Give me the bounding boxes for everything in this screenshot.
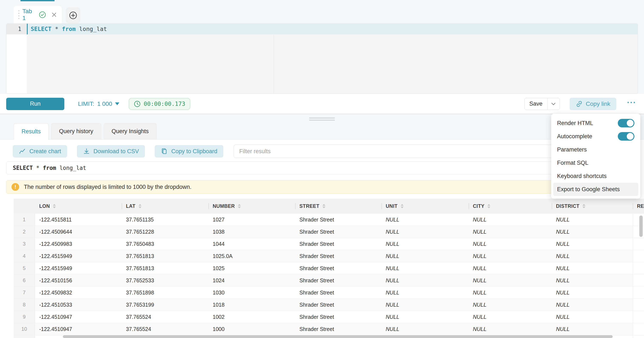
table-row: 7-122.450983237.76518981030Shrader Stree…	[14, 287, 644, 299]
table-cell: -122.4510947	[35, 311, 122, 323]
editor-active-line[interactable]: SELECT * from long_lat	[27, 24, 638, 34]
menu-item-parameters[interactable]: Parameters	[553, 143, 638, 156]
save-button[interactable]: Save	[525, 98, 547, 110]
menu-item-render-html[interactable]: Render HTML	[553, 116, 638, 130]
column-header-city[interactable]: CITY	[468, 199, 552, 214]
table-cell: 1027	[208, 214, 295, 226]
splitter-drag-handle[interactable]	[309, 118, 335, 122]
download-to-csv-button[interactable]: Download to CSV	[77, 145, 145, 157]
limit-dropdown[interactable]: LIMIT: 1 000	[78, 100, 119, 107]
sort-icon[interactable]	[53, 204, 56, 208]
table-cell: -122.4515949	[35, 250, 122, 262]
sort-icon[interactable]	[322, 204, 326, 208]
table-cell: 37.7652533	[122, 274, 208, 286]
render-html-toggle[interactable]	[618, 119, 634, 127]
table-cell	[633, 335, 644, 338]
sql-text: long_lat	[76, 26, 107, 32]
table-cell: Shrader Street	[295, 262, 382, 274]
run-button[interactable]: Run	[6, 98, 64, 110]
loading-progress-bar	[20, 0, 54, 1]
table-cell: NULL	[468, 214, 552, 226]
menu-item-label: Render HTML	[557, 120, 593, 126]
sort-icon[interactable]	[238, 204, 241, 208]
add-tab-button[interactable]	[66, 8, 80, 23]
menu-item-format-sql[interactable]: Format SQL	[553, 156, 638, 170]
limit-label: LIMIT:	[78, 100, 94, 107]
table-cell: NULL	[552, 238, 633, 250]
tab-query-insights[interactable]: Query Insights	[104, 123, 157, 139]
sql-keyword: SELECT	[13, 165, 33, 171]
save-options-button[interactable]	[547, 98, 560, 110]
table-cell: NULL	[552, 226, 633, 238]
tab-query-history[interactable]: Query history	[51, 123, 101, 139]
sort-icon[interactable]	[401, 204, 404, 208]
row-number: 1	[14, 214, 35, 226]
table-cell	[633, 250, 644, 262]
chart-icon	[19, 148, 26, 155]
column-header-lon[interactable]: LON	[35, 199, 122, 214]
sort-icon[interactable]	[138, 204, 142, 208]
column-header-district[interactable]: DISTRICT	[552, 199, 633, 214]
create-chart-button[interactable]: Create chart	[13, 145, 67, 157]
column-header-street[interactable]: STREET	[295, 199, 382, 214]
autocomplete-toggle[interactable]	[618, 132, 634, 141]
table-cell: 1018	[208, 299, 295, 311]
table-cell: -122.4515949	[35, 262, 122, 274]
tab-drag-handle-icon[interactable]	[18, 10, 20, 19]
menu-item-export-to-google-sheets[interactable]: Export to Google Sheets	[553, 183, 638, 196]
table-cell: NULL	[552, 274, 633, 286]
table-cell: 37.765524	[122, 323, 208, 335]
results-toolbar: Create chartDownload to CSVCopy to Clipb…	[0, 139, 644, 158]
copy-link-label: Copy link	[586, 100, 610, 107]
sort-icon[interactable]	[487, 204, 490, 208]
table-cell: 37.7651228	[122, 226, 208, 238]
table-cell: 1025.0A	[208, 250, 295, 262]
close-icon[interactable]	[51, 12, 57, 18]
row-number: 5	[14, 262, 35, 274]
column-header-unit[interactable]: UNIT	[382, 199, 468, 214]
sql-editor[interactable]: 1 SELECT * from long_lat	[6, 24, 638, 94]
copy-link-button[interactable]: Copy link	[570, 98, 616, 110]
table-cell: Shrader Street	[295, 287, 382, 298]
table-cell: 1030	[208, 287, 295, 298]
menu-item-label: Keyboard shortcuts	[557, 173, 607, 180]
table-cell: NULL	[552, 299, 633, 311]
table-cell: -122.4509983	[35, 238, 122, 250]
column-header-number[interactable]: NUMBER	[208, 199, 295, 214]
table-cell: Shrader Street	[295, 226, 382, 238]
sort-icon[interactable]	[582, 204, 586, 208]
tab-1[interactable]: Tab 1	[14, 6, 62, 24]
vertical-scrollbar[interactable]	[639, 216, 643, 237]
chevron-down-icon	[551, 102, 556, 106]
table-cell: NULL	[382, 262, 468, 274]
table-row: 9-122.451094737.7655241002Shrader Street…	[14, 311, 644, 323]
table-cell: NULL	[382, 226, 468, 238]
copy-to-clipboard-button[interactable]: Copy to Clipboard	[155, 145, 223, 157]
table-cell: -122.4509832	[35, 287, 122, 298]
column-header-lat[interactable]: LAT	[122, 199, 208, 214]
table-cell: 37.765524	[122, 311, 208, 323]
table-cell	[633, 238, 644, 250]
table-cell: 1025	[208, 262, 295, 274]
plus-circle-icon	[69, 11, 77, 20]
action-label: Download to CSV	[94, 148, 139, 155]
clipboard-icon	[161, 148, 168, 155]
table-cell: 37.7653199	[122, 299, 208, 311]
table-cell	[633, 262, 644, 274]
more-options-button[interactable]: ⋯	[625, 100, 638, 108]
table-cell: -122.4510533	[35, 299, 122, 311]
table-cell: NULL	[468, 323, 552, 335]
warning-icon: !	[12, 183, 19, 191]
tab-results[interactable]: Results	[14, 123, 48, 139]
row-number: 11	[14, 335, 35, 338]
column-header-region[interactable]: REGION	[633, 199, 644, 214]
table-cell: NULL	[552, 214, 633, 226]
table-cell: -122.4515811	[35, 214, 122, 226]
menu-item-autocomplete[interactable]: Autocomplete	[553, 130, 638, 143]
table-row: 1-122.451581137.76511351027Shrader Stree…	[14, 214, 644, 226]
menu-item-keyboard-shortcuts[interactable]: Keyboard shortcuts	[553, 170, 638, 183]
horizontal-scrollbar[interactable]	[63, 335, 613, 338]
limit-value: 1 000	[97, 100, 112, 107]
table-cell: NULL	[468, 250, 552, 262]
table-header-row: LONLATNUMBERSTREETUNITCITYDISTRICTREGION	[14, 199, 644, 214]
